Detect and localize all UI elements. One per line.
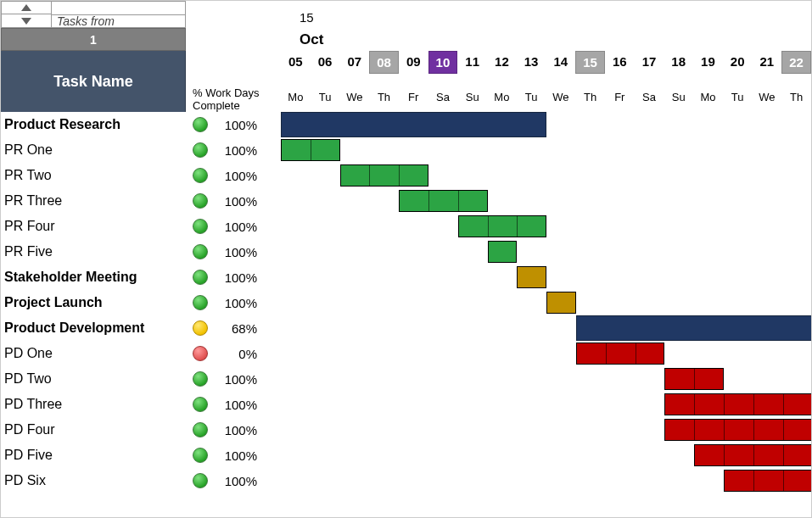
day-num-05: 05 xyxy=(281,51,311,74)
task-name-cell: PR Four xyxy=(1,219,186,234)
task-status-cell: 100% xyxy=(186,219,281,234)
task-row[interactable]: PR Two100% xyxy=(1,163,811,188)
task-name-cell: PD Two xyxy=(1,371,186,387)
gantt-bar-area xyxy=(281,392,811,417)
task-status-cell: 100% xyxy=(186,295,281,310)
percent-complete: 100% xyxy=(215,296,257,310)
day-dow-21: We xyxy=(753,74,782,112)
page-number: 1 xyxy=(1,28,186,51)
task-row[interactable]: PD Five100% xyxy=(1,443,811,468)
gantt-bar[interactable] xyxy=(488,241,518,263)
gantt-bar[interactable] xyxy=(517,266,546,288)
task-status-cell: 100% xyxy=(186,270,281,285)
gantt-bar[interactable] xyxy=(399,190,487,212)
gantt-bar[interactable] xyxy=(546,292,576,314)
task-row[interactable]: PD One0% xyxy=(1,341,811,366)
day-num-09: 09 xyxy=(399,51,428,74)
task-row[interactable]: Product Development68% xyxy=(1,315,811,341)
triangle-up-icon xyxy=(21,4,31,11)
day-dow-08: Th xyxy=(369,74,399,112)
gantt-bar[interactable] xyxy=(458,215,546,237)
task-row[interactable]: Stakeholder Meeting100% xyxy=(1,265,811,290)
task-row[interactable]: PD Four100% xyxy=(1,417,811,443)
day-num-08: 08 xyxy=(369,51,399,74)
day-num-14: 14 xyxy=(546,51,575,74)
day-num-16: 16 xyxy=(605,51,635,74)
day-dow-09: Fr xyxy=(399,74,428,112)
task-row[interactable]: Project Launch100% xyxy=(1,290,811,315)
task-status-cell: 100% xyxy=(186,448,281,463)
status-dot-icon xyxy=(193,117,208,132)
tasks-from-filter[interactable]: Tasks from xyxy=(52,14,186,28)
task-row[interactable]: PR Four100% xyxy=(1,214,811,239)
gantt-bar[interactable] xyxy=(664,393,812,415)
gantt-bar[interactable] xyxy=(340,164,428,187)
day-dow-06: Tu xyxy=(311,74,340,112)
gantt-bar-area xyxy=(281,468,811,493)
gantt-bar-area xyxy=(281,417,811,443)
gantt-header: 15 Oct 050607080910111213141516171819202… xyxy=(281,1,811,112)
day-dow-10: Sa xyxy=(428,74,458,112)
status-dot-icon xyxy=(193,142,208,158)
task-status-cell: 100% xyxy=(186,142,281,158)
gantt-bar[interactable] xyxy=(694,444,812,466)
gantt-bar[interactable] xyxy=(576,343,664,365)
left-column: Tasks from 1 Task Name xyxy=(1,1,186,28)
day-num-10: 10 xyxy=(428,51,458,74)
scroll-up-button[interactable] xyxy=(1,1,52,14)
day-count-row: 15 xyxy=(281,1,811,28)
task-name-cell: Product Development xyxy=(1,320,186,336)
gantt-bar-area xyxy=(281,290,811,315)
task-name-cell: PD Four xyxy=(1,422,186,437)
task-name-cell: PD Six xyxy=(1,473,186,488)
task-name-cell: PR Five xyxy=(1,244,186,259)
day-num-11: 11 xyxy=(457,51,487,74)
gantt-bar[interactable] xyxy=(281,139,340,161)
gantt-bar-area xyxy=(281,443,811,468)
task-row[interactable]: PR Three100% xyxy=(1,188,811,214)
gantt-bar-area xyxy=(281,163,811,188)
day-num-20: 20 xyxy=(723,51,753,74)
day-dow-20: Tu xyxy=(723,74,753,112)
task-name-cell: PD Five xyxy=(1,448,186,463)
day-name-row: MoTuWeThFrSaSuMoTuWeThFrSaSuMoTuWeTh xyxy=(281,74,811,112)
day-num-07: 07 xyxy=(339,51,369,74)
day-num-06: 06 xyxy=(311,51,340,74)
percent-complete: 100% xyxy=(215,220,257,234)
task-row[interactable]: PR One100% xyxy=(1,137,811,163)
day-num-13: 13 xyxy=(517,51,546,74)
day-num-21: 21 xyxy=(753,51,782,74)
percent-complete: 100% xyxy=(215,372,257,387)
gantt-bar-area xyxy=(281,137,811,163)
task-status-cell: 100% xyxy=(186,371,281,387)
percent-complete: 100% xyxy=(215,398,257,412)
scroll-down-button[interactable] xyxy=(1,14,52,28)
task-status-cell: 68% xyxy=(186,320,281,336)
percent-complete: 100% xyxy=(215,448,257,463)
percent-complete: 100% xyxy=(215,194,257,209)
gantt-bar-area xyxy=(281,214,811,239)
day-num-17: 17 xyxy=(635,51,664,74)
gantt-bar[interactable] xyxy=(281,112,546,137)
task-row[interactable]: PD Two100% xyxy=(1,366,811,392)
gantt-bar[interactable] xyxy=(724,470,812,492)
gantt-bar[interactable] xyxy=(576,315,812,341)
task-row[interactable]: PR Five100% xyxy=(1,239,811,265)
day-dow-13: Tu xyxy=(517,74,546,112)
task-name-cell: PD One xyxy=(1,346,186,361)
task-row[interactable]: PD Three100% xyxy=(1,392,811,417)
task-row[interactable]: PD Six100% xyxy=(1,468,811,493)
percent-complete: 100% xyxy=(215,270,257,285)
percent-complete: 100% xyxy=(215,169,257,183)
day-dow-07: We xyxy=(339,74,369,112)
gantt-bar[interactable] xyxy=(664,368,724,390)
day-dow-22: Th xyxy=(781,74,811,112)
status-dot-icon xyxy=(193,244,208,259)
status-dot-icon xyxy=(193,397,208,412)
gantt-bar-area xyxy=(281,315,811,341)
task-row[interactable]: Product Research100% xyxy=(1,112,811,137)
gantt-bar[interactable] xyxy=(664,419,812,441)
day-dow-17: Sa xyxy=(635,74,664,112)
column-header-task-name: Task Name xyxy=(1,51,186,112)
percent-complete: 100% xyxy=(215,474,257,488)
